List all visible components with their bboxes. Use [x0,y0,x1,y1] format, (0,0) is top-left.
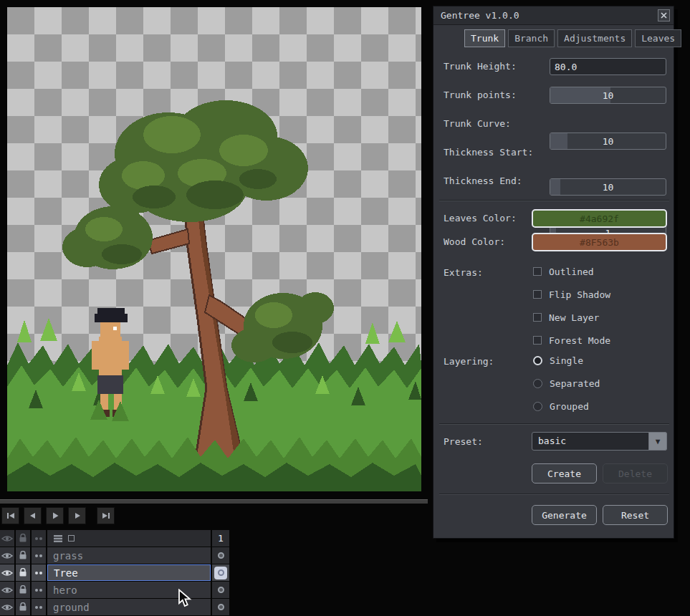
radio-icon[interactable] [533,379,542,388]
tab-adjustments[interactable]: Adjustments [557,29,632,47]
dialog-titlebar[interactable]: Gentree v1.0.0 [433,6,674,25]
layer-lock-toggle[interactable] [16,599,30,615]
tab-bar: Trunk Branch Adjustments Leaves [464,29,681,47]
layer-lock-toggle[interactable] [16,564,30,581]
thickness-start-slider[interactable]: 10 [550,178,666,196]
frame-header[interactable]: 1 [212,530,229,547]
checkbox-icon[interactable] [533,290,542,299]
layer-row-hero: hero [0,582,229,598]
lock-icon [19,585,27,595]
leaves-color-label: Leaves Color: [444,213,517,223]
tab-trunk[interactable]: Trunk [464,29,505,47]
extras-option-forest-mode[interactable]: Forest Mode [533,335,610,346]
goto-first-frame-button[interactable] [1,507,19,524]
eye-icon [1,534,13,543]
lock-icon [19,551,27,560]
preset-dropdown[interactable]: basic ▼ [532,432,667,451]
layering-option-separated[interactable]: Separated [533,377,600,389]
next-frame-icon [73,511,82,520]
layer-continuous-toggle[interactable] [32,564,46,581]
extras-option-new-layer[interactable]: New Layer [533,312,599,323]
chevron-down-icon: ▼ [656,437,661,446]
preset-value: basic [538,435,566,446]
radio-icon[interactable] [533,402,542,411]
layering-option-single[interactable]: Single [533,355,583,366]
extras-option-outlined[interactable]: Outlined [533,266,594,277]
previous-frame-button[interactable] [24,507,42,524]
pixel-art [7,7,421,491]
cel-icon [218,552,224,559]
close-button[interactable] [658,9,670,21]
generate-button[interactable]: Generate [532,505,597,525]
layer-cel[interactable] [212,582,229,598]
lock-icon [19,534,27,543]
cel-icon [218,587,224,593]
layer-row-ground: ground [0,599,229,615]
canvas-horizontal-scrollbar[interactable] [0,499,428,504]
layer-name[interactable]: grass [47,547,211,564]
layer-lock-toggle[interactable] [16,547,30,564]
layer-visibility-toggle[interactable] [0,582,14,598]
layer-lock-toggle[interactable] [16,582,30,598]
layer-visibility-toggle[interactable] [0,599,14,615]
layer-cel[interactable] [212,564,229,581]
layer-visibility-toggle[interactable] [0,547,14,564]
checkbox-icon[interactable] [533,313,542,322]
continuous-icon [34,570,44,576]
layer-row-tree: Tree [0,564,229,581]
layering-option-grouped[interactable]: Grouped [533,400,589,412]
continuous-icon [34,587,44,593]
layer-continuous-toggle[interactable] [32,582,46,598]
goto-last-frame-button[interactable] [97,507,115,524]
visibility-column-header[interactable] [0,530,14,547]
trunk-points-slider[interactable]: 10 [550,87,666,104]
reset-button[interactable]: Reset [603,505,668,525]
trunk-height-input[interactable] [550,58,666,75]
leaves-color-button[interactable]: #4a692f [532,209,667,228]
trunk-curve-slider[interactable]: 10 [550,133,666,150]
option-label: Flip Shadow [549,289,610,300]
trunk-height-label: Trunk Height: [444,61,517,72]
layers-column-header[interactable] [47,530,211,547]
eye-icon [1,552,13,560]
next-frame-button[interactable] [68,507,86,524]
canvas[interactable] [7,7,421,491]
expand-square-icon [68,535,75,542]
option-label: New Layer [549,312,599,323]
wood-color-button[interactable]: #8F563b [532,233,667,251]
layer-name[interactable]: Tree [47,564,211,581]
continuous-column-header[interactable] [32,530,46,547]
layer-row-grass: grass [0,547,229,564]
extras-option-flip-shadow[interactable]: Flip Shadow [533,289,610,300]
layer-visibility-toggle[interactable] [0,564,14,581]
play-icon [51,511,59,520]
dialog-title: Gentree v1.0.0 [441,10,519,21]
eye-icon [1,603,13,612]
radio-icon[interactable] [533,356,542,365]
layers-stack-icon [53,534,63,543]
layer-continuous-toggle[interactable] [32,599,46,615]
create-button[interactable]: Create [532,463,597,483]
dropdown-arrow-button[interactable]: ▼ [648,432,667,451]
slider-value: 10 [550,87,666,103]
continuous-icon [34,536,44,542]
layer-continuous-toggle[interactable] [32,547,46,564]
option-label: Single [550,355,583,366]
checkbox-icon[interactable] [533,267,542,276]
tab-leaves[interactable]: Leaves [635,29,681,47]
checkbox-icon[interactable] [533,336,542,345]
layering-label: Layering: [444,356,494,367]
eye-icon [1,586,13,595]
timeline-header-row: 1 [0,530,229,547]
layer-cel[interactable] [212,599,229,615]
trunk-points-label: Trunk points: [444,90,517,100]
separator [439,423,669,425]
previous-frame-icon [29,511,37,520]
slider-value: 10 [550,179,666,195]
lock-column-header[interactable] [16,530,30,547]
layer-cel[interactable] [212,547,229,564]
continuous-icon [34,553,44,559]
tab-branch[interactable]: Branch [508,29,555,47]
skip-to-end-icon [102,511,110,520]
play-button[interactable] [46,507,64,524]
